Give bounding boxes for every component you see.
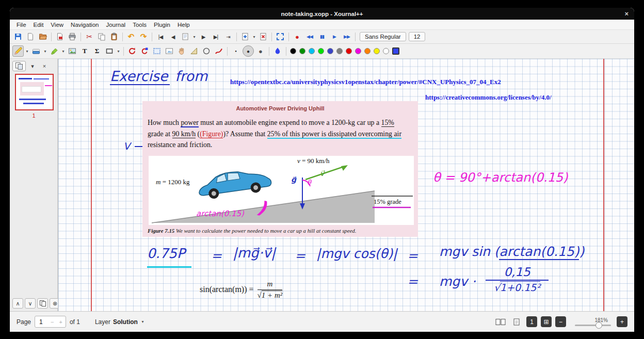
sidebar-dropdown[interactable]: ▾	[27, 61, 38, 71]
color-swatch-red[interactable]	[346, 48, 352, 54]
layer-dropdown-chevron[interactable]: ▾	[140, 319, 145, 324]
undo-button[interactable]: ↶	[125, 31, 137, 42]
menu-file[interactable]: File	[13, 21, 30, 29]
color-swatch-blue[interactable]	[327, 48, 333, 54]
font-size-button[interactable]: 12	[409, 32, 426, 41]
goto-page-dropdown[interactable]: ▾	[192, 35, 197, 39]
print-button[interactable]	[67, 31, 78, 42]
next-annotated-page-button[interactable]: ⇥	[222, 31, 234, 42]
selected-color-swatch[interactable]	[392, 47, 399, 55]
menu-navigation[interactable]: Navigation	[67, 21, 102, 29]
shape-tool-button[interactable]	[104, 45, 115, 57]
add-page-dropdown[interactable]: ▾	[252, 35, 256, 39]
zoom-out-button[interactable]: −	[555, 316, 566, 327]
problem-text-segment: grade at	[148, 130, 172, 138]
fill-tool-button[interactable]	[272, 45, 283, 57]
layer-selector[interactable]: Layer Solution ▾	[95, 318, 145, 326]
presentation-mode-button[interactable]	[510, 316, 523, 328]
page-indicator[interactable]: 1	[526, 316, 537, 327]
ruler-tool-button[interactable]	[188, 45, 200, 57]
snap-rotation-button[interactable]	[139, 45, 150, 57]
pen-options-dropdown[interactable]: ▾	[25, 49, 29, 54]
forward-button[interactable]: ▶▶	[341, 31, 352, 42]
play-button[interactable]: ▶	[329, 31, 340, 42]
color-swatch-green[interactable]	[299, 48, 305, 54]
zoom-slider-handle[interactable]	[595, 322, 602, 329]
sidebar-footer: ∧ ∨ ⊗	[12, 298, 60, 309]
color-swatch-yellow[interactable]	[374, 48, 380, 54]
fullscreen-button[interactable]	[275, 31, 286, 42]
window-close-button[interactable]: ×	[624, 8, 629, 20]
paste-button[interactable]	[108, 31, 120, 42]
last-page-button[interactable]: ▶|	[210, 31, 221, 42]
shape-options-dropdown[interactable]: ▾	[116, 49, 121, 54]
export-pdf-button[interactable]	[54, 31, 66, 42]
duplicate-page-button[interactable]	[37, 298, 48, 309]
document-canvas[interactable]: Exercisefrom https://opentextbc.ca/unive…	[58, 59, 634, 311]
color-swatch-lightgreen[interactable]	[318, 48, 324, 54]
goto-page-button[interactable]	[180, 31, 191, 42]
color-swatch-black[interactable]	[290, 48, 296, 54]
page-thumbnail[interactable]	[15, 74, 54, 110]
add-page-button[interactable]	[239, 31, 251, 42]
select-object-button[interactable]	[164, 45, 175, 57]
color-swatch-lightblue[interactable]	[309, 48, 315, 54]
titlebar[interactable]: note-taking.xopp - Xournal++ ×	[10, 8, 634, 20]
eraser-tool-button[interactable]	[30, 45, 42, 57]
source-url-link[interactable]: https://opentextbc.ca/universityphysicsv…	[230, 78, 501, 86]
highlighter-options-dropdown[interactable]: ▾	[61, 49, 66, 54]
sidebar-close-button[interactable]: ×	[39, 61, 50, 71]
annotation-velocity-label: V	[123, 140, 130, 152]
redo-button[interactable]: ↷	[138, 31, 149, 42]
menu-view[interactable]: View	[47, 21, 67, 29]
next-page-button[interactable]: ▶	[198, 31, 209, 42]
pause-button[interactable]: ▮▮	[316, 31, 328, 42]
shape-recognizer-button[interactable]	[126, 45, 138, 57]
eraser-options-dropdown[interactable]: ▾	[43, 49, 47, 54]
paired-pages-button[interactable]	[494, 316, 507, 328]
color-swatch-white[interactable]	[383, 48, 389, 54]
rewind-button[interactable]: ◀◀	[304, 31, 315, 42]
math-tex-tool-button[interactable]: Σ	[91, 45, 103, 57]
record-audio-button[interactable]: ●	[292, 31, 303, 42]
page-decrement-button[interactable]: −	[50, 319, 55, 325]
hand-tool-button[interactable]	[176, 45, 187, 57]
color-swatch-orange[interactable]	[364, 48, 371, 54]
text-tool-button[interactable]: T	[79, 45, 90, 57]
spline-tool-button[interactable]	[213, 45, 224, 57]
menu-edit[interactable]: Edit	[30, 21, 47, 29]
font-name-button[interactable]: Sans Regular	[360, 32, 406, 41]
save-button[interactable]	[12, 31, 24, 42]
open-button[interactable]	[37, 31, 49, 42]
menu-help[interactable]: Help	[174, 21, 194, 29]
license-url-link[interactable]: https://creativecommons.org/licenses/by/…	[425, 93, 552, 102]
first-page-button[interactable]: |◀	[155, 31, 166, 42]
zoom-control: 181%	[572, 317, 611, 326]
menu-journal[interactable]: Journal	[102, 21, 129, 29]
line-thick-button[interactable]: ●	[255, 45, 266, 57]
pen-tool-button[interactable]	[12, 45, 24, 57]
select-region-button[interactable]	[151, 45, 163, 57]
compass-tool-button[interactable]	[201, 45, 212, 57]
image-tool-button[interactable]	[67, 45, 78, 57]
menu-tools[interactable]: Tools	[129, 21, 150, 29]
zoom-fit-button[interactable]: ⊞	[541, 316, 552, 327]
menu-plugin[interactable]: Plugin	[150, 21, 174, 29]
zoom-slider[interactable]	[575, 325, 611, 326]
preview-layout-button[interactable]	[12, 61, 26, 71]
move-down-button[interactable]: ∨	[25, 298, 36, 309]
new-document-button[interactable]	[25, 31, 36, 42]
move-up-button[interactable]: ∧	[12, 298, 23, 309]
page-number-input[interactable]: 1 − +	[35, 316, 66, 328]
color-swatch-gray[interactable]	[336, 48, 343, 54]
highlighter-tool-button[interactable]	[49, 45, 60, 57]
zoom-in-button[interactable]: +	[617, 316, 627, 327]
page-increment-button[interactable]: +	[58, 319, 63, 325]
line-medium-button[interactable]: ●	[243, 45, 254, 57]
cut-button[interactable]: ✂	[84, 31, 95, 42]
previous-page-button[interactable]: ◀	[167, 31, 179, 42]
copy-button[interactable]	[96, 31, 107, 42]
line-thin-button[interactable]: ●	[230, 45, 242, 57]
delete-page-button[interactable]	[257, 31, 269, 42]
color-swatch-magenta[interactable]	[355, 48, 361, 54]
